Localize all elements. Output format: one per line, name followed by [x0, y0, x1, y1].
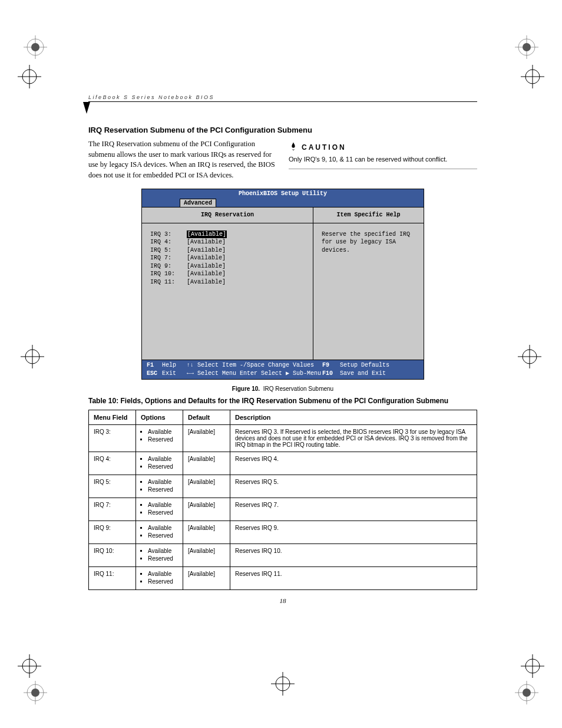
th-description: Description	[230, 410, 477, 425]
crop-mark-icon	[271, 672, 295, 696]
bios-irq-label: IRQ 4:	[150, 238, 187, 246]
bios-irq-row[interactable]: IRQ 7:[Available]	[150, 254, 305, 262]
page-number: 18	[88, 597, 477, 604]
cell-description: Reserves IRQ 4.	[230, 452, 477, 475]
cell-menu-field: IRQ 4:	[89, 452, 136, 475]
cell-options: AvailableReserved	[136, 544, 183, 567]
bios-key-f1[interactable]: F1	[147, 361, 162, 370]
cell-default: [Available]	[183, 498, 230, 521]
bios-irq-row[interactable]: IRQ 4:[Available]	[150, 238, 305, 246]
cell-options: AvailableReserved	[136, 475, 183, 498]
table-row: IRQ 5:AvailableReserved[Available]Reserv…	[89, 475, 477, 498]
cell-default: [Available]	[183, 475, 230, 498]
bios-label-exit: Exit	[162, 370, 187, 378]
option-item: Available	[148, 479, 178, 485]
cell-options: AvailableReserved	[136, 452, 183, 475]
cell-menu-field: IRQ 5:	[89, 475, 136, 498]
cell-options: AvailableReserved	[136, 521, 183, 544]
bios-label-setup-defaults: Setup Defaults	[340, 361, 389, 370]
table-row: IRQ 7:AvailableReserved[Available]Reserv…	[89, 498, 477, 521]
bios-screenshot: PhoenixBIOS Setup Utility Advanced IRQ R…	[141, 189, 424, 380]
bios-irq-value[interactable]: [Available]	[187, 238, 226, 246]
bios-irq-value[interactable]: [Available]	[187, 270, 226, 278]
cell-options: AvailableReserved	[136, 498, 183, 521]
option-item: Available	[148, 429, 178, 435]
bios-irq-label: IRQ 3:	[150, 230, 187, 239]
table-row: IRQ 10:AvailableReserved[Available]Reser…	[89, 544, 477, 567]
cell-options: AvailableReserved	[136, 567, 183, 590]
bios-help-text: Reserve the specified IRQ for use by leg…	[313, 223, 424, 360]
bios-key-esc[interactable]: ESC	[147, 370, 162, 378]
cell-menu-field: IRQ 3:	[89, 425, 136, 452]
bios-title: PhoenixBIOS Setup Utility	[142, 189, 424, 199]
table-row: IRQ 9:AvailableReserved[Available]Reserv…	[89, 521, 477, 544]
crop-mark-icon	[515, 681, 538, 704]
table-row: IRQ 3:AvailableReserved[Available]Reserv…	[89, 425, 477, 452]
bios-label-select-item: ↑↓ Select Item	[187, 361, 240, 370]
bios-irq-row[interactable]: IRQ 11:[Available]	[150, 278, 305, 286]
caution-text: Only IRQ's 9, 10, & 11 can be reserved w…	[289, 155, 477, 164]
bios-irq-row[interactable]: IRQ 10:[Available]	[150, 270, 305, 278]
bios-key-f9[interactable]: F9	[322, 361, 340, 370]
bios-key-f10[interactable]: F10	[322, 370, 340, 378]
option-item: Reserved	[148, 509, 178, 516]
bios-irq-label: IRQ 7:	[150, 254, 187, 262]
cell-menu-field: IRQ 11:	[89, 567, 136, 590]
crop-mark-icon	[18, 65, 41, 88]
bios-label-change-values: -/Space Change Values	[240, 361, 322, 370]
cell-description: Reserves IRQ 5.	[230, 475, 477, 498]
bios-irq-value[interactable]: [Available]	[187, 254, 226, 262]
cell-options: AvailableReserved	[136, 425, 183, 452]
cell-default: [Available]	[183, 425, 230, 452]
crop-mark-icon	[24, 35, 47, 59]
bios-irq-label: IRQ 9:	[150, 262, 187, 271]
bios-tab-advanced[interactable]: Advanced	[180, 199, 216, 207]
bios-irq-value[interactable]: [Available]	[187, 262, 226, 271]
bios-left-title: IRQ Reservation	[142, 207, 313, 223]
option-item: Available	[148, 525, 178, 531]
option-item: Reserved	[148, 578, 178, 585]
table-row: IRQ 11:AvailableReserved[Available]Reser…	[89, 567, 477, 590]
bios-irq-row[interactable]: IRQ 9:[Available]	[150, 262, 305, 271]
option-item: Reserved	[148, 532, 178, 539]
figure-caption: Figure 10. IRQ Reservation Submenu	[88, 386, 477, 392]
cell-default: [Available]	[183, 521, 230, 544]
bios-irq-row[interactable]: IRQ 3:[Available]	[150, 230, 305, 239]
option-item: Available	[148, 502, 178, 508]
bios-right-title: Item Specific Help	[313, 207, 424, 223]
cell-menu-field: IRQ 7:	[89, 498, 136, 521]
bios-irq-value[interactable]: [Available]	[187, 278, 226, 286]
option-item: Reserved	[148, 486, 178, 493]
th-options: Options	[136, 410, 183, 425]
bios-irq-value[interactable]: [Available]	[187, 246, 226, 255]
th-default: Default	[183, 410, 230, 425]
cell-default: [Available]	[183, 544, 230, 567]
section-heading: IRQ Reservation Submenu of the PCI Confi…	[88, 126, 477, 134]
crop-mark-icon	[21, 345, 44, 368]
option-item: Available	[148, 571, 178, 577]
crop-mark-icon	[24, 681, 47, 704]
cell-description: Reserves IRQ 11.	[230, 567, 477, 590]
option-item: Reserved	[148, 463, 178, 470]
bios-irq-label: IRQ 5:	[150, 246, 187, 255]
option-item: Available	[148, 456, 178, 462]
option-item: Reserved	[148, 555, 178, 562]
bios-irq-value[interactable]: [Available]	[187, 230, 227, 239]
crop-mark-icon	[521, 654, 544, 678]
th-menu-field: Menu Field	[89, 410, 136, 425]
bios-irq-row[interactable]: IRQ 5:[Available]	[150, 246, 305, 255]
crop-mark-icon	[18, 654, 41, 678]
caution-box: CAUTION Only IRQ's 9, 10, & 11 can be re…	[289, 139, 477, 169]
fields-table: Menu Field Options Default Description I…	[88, 410, 477, 590]
option-item: Reserved	[148, 436, 178, 443]
bios-label-enter-submenu: Enter Select ▶ Sub-Menu	[240, 370, 322, 378]
bios-irq-label: IRQ 10:	[150, 270, 187, 278]
running-header: LifeBook S Series Notebook BIOS	[88, 94, 477, 102]
cell-description: Reserves IRQ 7.	[230, 498, 477, 521]
crop-mark-icon	[521, 65, 544, 88]
cell-default: [Available]	[183, 567, 230, 590]
cell-description: Reserves IRQ 10.	[230, 544, 477, 567]
bios-footer: F1 Help ↑↓ Select Item -/Space Change Va…	[142, 360, 424, 379]
caution-label: CAUTION	[302, 143, 346, 153]
bios-label-save-exit: Save and Exit	[340, 370, 386, 378]
